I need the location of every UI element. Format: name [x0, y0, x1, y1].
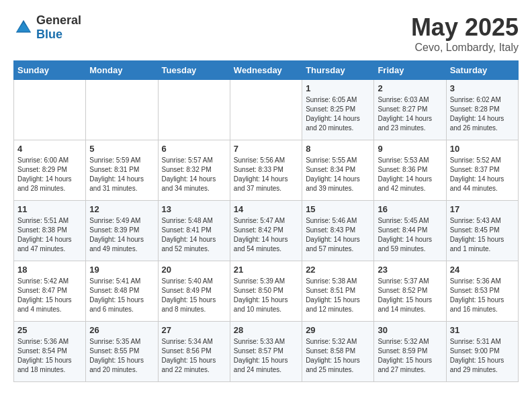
- day-detail: Sunrise: 5:42 AMSunset: 8:47 PMDaylight:…: [17, 277, 82, 314]
- day-number: 26: [89, 325, 154, 335]
- svg-marker-1: [17, 23, 30, 32]
- day-detail: Sunrise: 5:51 AMSunset: 8:38 PMDaylight:…: [17, 216, 82, 254]
- logo-icon: [13, 17, 34, 38]
- day-detail: Sunrise: 5:34 AMSunset: 8:56 PMDaylight:…: [162, 337, 226, 375]
- weekday-header-thursday: Thursday: [302, 61, 374, 80]
- week-row-3: 11Sunrise: 5:51 AMSunset: 8:38 PMDayligh…: [14, 201, 519, 261]
- day-detail: Sunrise: 5:48 AMSunset: 8:41 PMDaylight:…: [162, 216, 226, 254]
- day-number: 31: [450, 325, 515, 335]
- day-number: 28: [234, 325, 298, 335]
- calendar-cell: 14Sunrise: 5:47 AMSunset: 8:42 PMDayligh…: [230, 201, 302, 261]
- day-detail: Sunrise: 5:36 AMSunset: 8:54 PMDaylight:…: [17, 337, 82, 375]
- calendar-cell: 30Sunrise: 5:32 AMSunset: 8:59 PMDayligh…: [374, 322, 446, 382]
- day-number: 29: [306, 325, 370, 335]
- day-detail: Sunrise: 5:32 AMSunset: 8:59 PMDaylight:…: [378, 337, 442, 375]
- day-number: 25: [17, 325, 82, 335]
- day-detail: Sunrise: 6:00 AMSunset: 8:29 PMDaylight:…: [17, 156, 82, 193]
- day-detail: Sunrise: 5:38 AMSunset: 8:51 PMDaylight:…: [306, 277, 370, 314]
- calendar-cell: 2Sunrise: 6:03 AMSunset: 8:27 PMDaylight…: [374, 80, 446, 140]
- calendar-cell: 28Sunrise: 5:33 AMSunset: 8:57 PMDayligh…: [230, 322, 302, 382]
- header: General Blue May 2025 Cevo, Lombardy, It…: [13, 13, 519, 54]
- weekday-header-tuesday: Tuesday: [158, 61, 230, 80]
- day-number: 13: [162, 204, 226, 214]
- day-detail: Sunrise: 5:35 AMSunset: 8:55 PMDaylight:…: [89, 337, 154, 375]
- day-detail: Sunrise: 5:56 AMSunset: 8:33 PMDaylight:…: [234, 156, 298, 193]
- calendar-cell: 27Sunrise: 5:34 AMSunset: 8:56 PMDayligh…: [158, 322, 230, 382]
- day-number: 17: [450, 204, 515, 214]
- calendar-cell: 8Sunrise: 5:55 AMSunset: 8:34 PMDaylight…: [302, 140, 374, 201]
- day-detail: Sunrise: 5:55 AMSunset: 8:34 PMDaylight:…: [306, 156, 370, 193]
- day-detail: Sunrise: 5:47 AMSunset: 8:42 PMDaylight:…: [234, 216, 298, 254]
- calendar-cell: 6Sunrise: 5:57 AMSunset: 8:32 PMDaylight…: [158, 140, 230, 201]
- day-detail: Sunrise: 5:43 AMSunset: 8:45 PMDaylight:…: [450, 216, 515, 254]
- weekday-header-sunday: Sunday: [14, 61, 86, 80]
- calendar-cell: 18Sunrise: 5:42 AMSunset: 8:47 PMDayligh…: [14, 261, 86, 322]
- calendar-cell: 24Sunrise: 5:36 AMSunset: 8:53 PMDayligh…: [446, 261, 518, 322]
- calendar-cell: 21Sunrise: 5:39 AMSunset: 8:50 PMDayligh…: [230, 261, 302, 322]
- weekday-header-saturday: Saturday: [446, 61, 518, 80]
- day-detail: Sunrise: 5:40 AMSunset: 8:49 PMDaylight:…: [162, 277, 226, 314]
- calendar-cell: 10Sunrise: 5:52 AMSunset: 8:37 PMDayligh…: [446, 140, 518, 201]
- week-row-2: 4Sunrise: 6:00 AMSunset: 8:29 PMDaylight…: [14, 140, 519, 201]
- day-detail: Sunrise: 5:52 AMSunset: 8:37 PMDaylight:…: [450, 156, 515, 193]
- calendar-cell: 7Sunrise: 5:56 AMSunset: 8:33 PMDaylight…: [230, 140, 302, 201]
- day-detail: Sunrise: 6:02 AMSunset: 8:28 PMDaylight:…: [450, 95, 515, 133]
- calendar-cell: 11Sunrise: 5:51 AMSunset: 8:38 PMDayligh…: [14, 201, 86, 261]
- day-number: 5: [89, 144, 154, 154]
- day-number: 23: [378, 265, 442, 275]
- week-row-5: 25Sunrise: 5:36 AMSunset: 8:54 PMDayligh…: [14, 322, 519, 382]
- location-title: Cevo, Lombardy, Italy: [411, 42, 519, 54]
- day-number: 27: [162, 325, 226, 335]
- calendar-cell: 9Sunrise: 5:53 AMSunset: 8:36 PMDaylight…: [374, 140, 446, 201]
- calendar-cell: 15Sunrise: 5:46 AMSunset: 8:43 PMDayligh…: [302, 201, 374, 261]
- calendar-cell: 29Sunrise: 5:32 AMSunset: 8:58 PMDayligh…: [302, 322, 374, 382]
- calendar-cell: 23Sunrise: 5:37 AMSunset: 8:52 PMDayligh…: [374, 261, 446, 322]
- calendar-cell: 4Sunrise: 6:00 AMSunset: 8:29 PMDaylight…: [14, 140, 86, 201]
- day-detail: Sunrise: 6:05 AMSunset: 8:25 PMDaylight:…: [306, 95, 370, 133]
- calendar-cell: 5Sunrise: 5:59 AMSunset: 8:31 PMDaylight…: [86, 140, 158, 201]
- calendar-body: 1Sunrise: 6:05 AMSunset: 8:25 PMDaylight…: [14, 80, 519, 382]
- weekday-header-wednesday: Wednesday: [230, 61, 302, 80]
- day-number: 10: [450, 144, 515, 154]
- weekday-header-friday: Friday: [374, 61, 446, 80]
- calendar-cell: 13Sunrise: 5:48 AMSunset: 8:41 PMDayligh…: [158, 201, 230, 261]
- day-number: 30: [378, 325, 442, 335]
- day-detail: Sunrise: 6:03 AMSunset: 8:27 PMDaylight:…: [378, 95, 442, 133]
- day-number: 9: [378, 144, 442, 154]
- calendar-cell: 26Sunrise: 5:35 AMSunset: 8:55 PMDayligh…: [86, 322, 158, 382]
- logo: General Blue: [13, 13, 81, 42]
- day-detail: Sunrise: 5:32 AMSunset: 8:58 PMDaylight:…: [306, 337, 370, 375]
- day-detail: Sunrise: 5:53 AMSunset: 8:36 PMDaylight:…: [378, 156, 442, 193]
- day-number: 12: [89, 204, 154, 214]
- week-row-4: 18Sunrise: 5:42 AMSunset: 8:47 PMDayligh…: [14, 261, 519, 322]
- day-number: 8: [306, 144, 370, 154]
- week-row-1: 1Sunrise: 6:05 AMSunset: 8:25 PMDaylight…: [14, 80, 519, 140]
- calendar-table: SundayMondayTuesdayWednesdayThursdayFrid…: [13, 60, 519, 382]
- calendar-cell: 19Sunrise: 5:41 AMSunset: 8:48 PMDayligh…: [86, 261, 158, 322]
- day-number: 15: [306, 204, 370, 214]
- calendar-cell: 25Sunrise: 5:36 AMSunset: 8:54 PMDayligh…: [14, 322, 86, 382]
- weekday-row: SundayMondayTuesdayWednesdayThursdayFrid…: [14, 61, 519, 80]
- title-area: May 2025 Cevo, Lombardy, Italy: [411, 13, 519, 54]
- day-detail: Sunrise: 5:46 AMSunset: 8:43 PMDaylight:…: [306, 216, 370, 254]
- day-number: 1: [306, 83, 370, 93]
- day-number: 7: [234, 144, 298, 154]
- day-detail: Sunrise: 5:39 AMSunset: 8:50 PMDaylight:…: [234, 277, 298, 314]
- calendar-cell: 16Sunrise: 5:45 AMSunset: 8:44 PMDayligh…: [374, 201, 446, 261]
- calendar-cell: [86, 80, 158, 140]
- day-detail: Sunrise: 5:33 AMSunset: 8:57 PMDaylight:…: [234, 337, 298, 375]
- calendar-cell: 31Sunrise: 5:31 AMSunset: 9:00 PMDayligh…: [446, 322, 518, 382]
- day-number: 20: [162, 265, 226, 275]
- day-number: 2: [378, 83, 442, 93]
- weekday-header-monday: Monday: [86, 61, 158, 80]
- day-number: 16: [378, 204, 442, 214]
- day-detail: Sunrise: 5:57 AMSunset: 8:32 PMDaylight:…: [162, 156, 226, 193]
- calendar-cell: 20Sunrise: 5:40 AMSunset: 8:49 PMDayligh…: [158, 261, 230, 322]
- day-detail: Sunrise: 5:59 AMSunset: 8:31 PMDaylight:…: [89, 156, 154, 193]
- calendar-cell: 12Sunrise: 5:49 AMSunset: 8:39 PMDayligh…: [86, 201, 158, 261]
- day-detail: Sunrise: 5:49 AMSunset: 8:39 PMDaylight:…: [89, 216, 154, 254]
- day-number: 18: [17, 265, 82, 275]
- day-number: 4: [17, 144, 82, 154]
- day-detail: Sunrise: 5:36 AMSunset: 8:53 PMDaylight:…: [450, 277, 515, 314]
- day-number: 14: [234, 204, 298, 214]
